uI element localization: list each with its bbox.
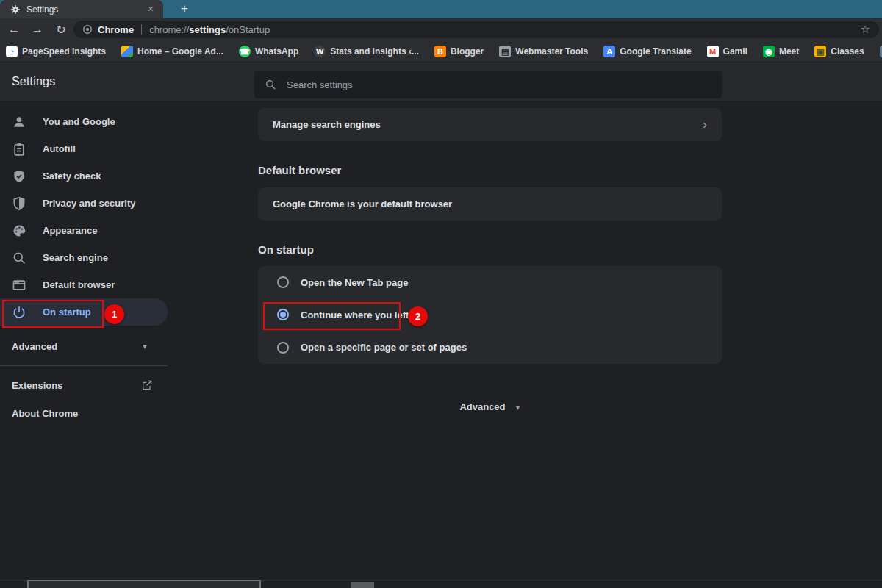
palette-icon bbox=[12, 223, 26, 238]
radio-label: Open a specific page or set of pages bbox=[301, 342, 467, 353]
tab-title: Settings bbox=[26, 4, 144, 15]
annotation-box-2 bbox=[263, 302, 401, 330]
sidebar-item-privacy-and-security[interactable]: Privacy and security bbox=[0, 190, 168, 217]
default-browser-status: Google Chrome is your default browser bbox=[273, 198, 452, 209]
forward-icon[interactable]: → bbox=[28, 23, 47, 36]
meet-icon: ◉ bbox=[763, 46, 775, 57]
page-title: Settings bbox=[12, 62, 55, 101]
shield-check-icon bbox=[12, 169, 26, 184]
gmail-icon: M bbox=[707, 46, 719, 57]
settings-body: You and Google Autofill Safety check Pri… bbox=[0, 101, 882, 588]
annotation-box-1 bbox=[2, 300, 104, 328]
sidebar-item-search-engine[interactable]: Search engine bbox=[0, 244, 168, 271]
whatsapp-icon: ☎ bbox=[239, 46, 251, 57]
clipboard-icon bbox=[12, 142, 26, 157]
sidebar-item-safety-check[interactable]: Safety check bbox=[0, 162, 168, 190]
bookmark-whatsapp[interactable]: ☎WhatsApp bbox=[239, 46, 298, 57]
shield-half-icon bbox=[12, 196, 26, 211]
new-tab-button[interactable]: + bbox=[173, 0, 196, 18]
person-icon bbox=[12, 115, 26, 129]
bookmark-google-ads[interactable]: Home – Google Ad... bbox=[121, 46, 223, 57]
classroom-icon: ▣ bbox=[814, 46, 826, 57]
manage-search-engines-row[interactable]: Manage search engines › bbox=[258, 108, 722, 141]
browser-toolbar: ← → ↻ Chrome chrome://settings/onStartup… bbox=[0, 18, 882, 40]
settings-search[interactable] bbox=[254, 71, 722, 98]
tab-close-icon[interactable]: × bbox=[144, 3, 157, 16]
bookmark-gamil[interactable]: MGamil bbox=[707, 46, 747, 57]
sidebar-item-appearance[interactable]: Appearance bbox=[0, 217, 168, 244]
browser-window: Settings × + ← → ↻ Chrome chrome://setti… bbox=[0, 0, 882, 588]
radio-option-new-tab[interactable]: Open the New Tab page bbox=[258, 266, 722, 298]
bookmark-blogger[interactable]: BBlogger bbox=[434, 46, 484, 57]
sidebar-divider bbox=[0, 365, 168, 366]
section-heading-default-browser: Default browser bbox=[258, 164, 341, 176]
sidebar-item-default-browser[interactable]: Default browser bbox=[0, 271, 168, 298]
radio-label: Open the New Tab page bbox=[301, 277, 408, 288]
search-icon bbox=[265, 79, 276, 90]
tab-strip: Settings × + bbox=[0, 0, 882, 18]
radio-option-specific-pages[interactable]: Open a specific page or set of pages bbox=[258, 331, 722, 364]
reload-icon[interactable]: ↻ bbox=[51, 23, 71, 37]
bookmark-pagespeed-insights[interactable]: ◔PageSpeed Insights bbox=[6, 46, 106, 57]
bookmark-webmaster-tools[interactable]: ▤Webmaster Tools bbox=[499, 46, 588, 57]
wordpress-icon: W bbox=[314, 46, 326, 57]
search-input[interactable] bbox=[287, 79, 654, 90]
omnibox-url[interactable]: chrome://settings/onStartup bbox=[149, 24, 270, 35]
taskbar-icon-partial[interactable] bbox=[351, 582, 374, 588]
external-link-icon bbox=[141, 379, 153, 391]
omnibox-separator bbox=[141, 24, 142, 35]
bookmark-star-icon[interactable]: ☆ bbox=[861, 23, 870, 36]
radio-button[interactable] bbox=[277, 276, 289, 288]
bookmark-home-fusion[interactable]: ◪Home - Fusion bbox=[880, 46, 882, 57]
chrome-logo-icon bbox=[82, 24, 93, 35]
pagespeed-icon: ◔ bbox=[6, 46, 18, 57]
annotation-badge-2: 2 bbox=[408, 306, 428, 326]
back-icon[interactable]: ← bbox=[4, 23, 24, 36]
default-browser-card: Google Chrome is your default browser bbox=[258, 187, 722, 220]
radio-button[interactable] bbox=[277, 342, 289, 354]
browser-window-icon bbox=[12, 278, 26, 293]
magnifier-icon bbox=[12, 251, 26, 265]
sidebar-item-about-chrome[interactable]: About Chrome bbox=[0, 399, 168, 427]
chevron-right-icon: › bbox=[703, 118, 707, 132]
advanced-button[interactable]: Advanced ▾ bbox=[258, 401, 722, 412]
google-translate-icon: A bbox=[603, 46, 615, 57]
sidebar-item-you-and-google[interactable]: You and Google bbox=[0, 108, 168, 135]
caret-down-icon: ▾ bbox=[143, 341, 147, 351]
sidebar-item-autofill[interactable]: Autofill bbox=[0, 135, 168, 162]
omnibox[interactable]: Chrome chrome://settings/onStartup ☆ bbox=[74, 21, 879, 38]
bookmark-stats-insights[interactable]: WStats and Insights ‹... bbox=[314, 46, 419, 57]
caret-down-icon: ▾ bbox=[516, 402, 520, 412]
browser-tab-settings[interactable]: Settings × bbox=[0, 0, 163, 18]
site-chip-label: Chrome bbox=[98, 24, 134, 35]
tab-favicon-gear-icon bbox=[10, 4, 21, 15]
fusion-icon: ◪ bbox=[880, 46, 882, 57]
bookmark-meet[interactable]: ◉Meet bbox=[763, 46, 799, 57]
google-ads-icon bbox=[121, 46, 133, 57]
bookmarks-bar: ◔PageSpeed Insights Home – Google Ad... … bbox=[0, 40, 882, 62]
blogger-icon: B bbox=[434, 46, 446, 57]
webmaster-tools-icon: ▤ bbox=[499, 46, 511, 57]
sidebar-item-extensions[interactable]: Extensions bbox=[0, 371, 168, 399]
bookmark-classes[interactable]: ▣Classes bbox=[814, 46, 864, 57]
annotation-badge-1: 1 bbox=[104, 304, 124, 324]
sidebar-advanced-toggle[interactable]: Advanced ▾ bbox=[0, 332, 168, 360]
settings-sidebar: You and Google Autofill Safety check Pri… bbox=[0, 101, 184, 427]
section-heading-on-startup: On startup bbox=[258, 243, 314, 256]
taskbar-search-partial[interactable] bbox=[27, 580, 261, 588]
bookmark-google-translate[interactable]: AGoogle Translate bbox=[603, 46, 691, 57]
settings-header: Settings bbox=[0, 62, 882, 101]
